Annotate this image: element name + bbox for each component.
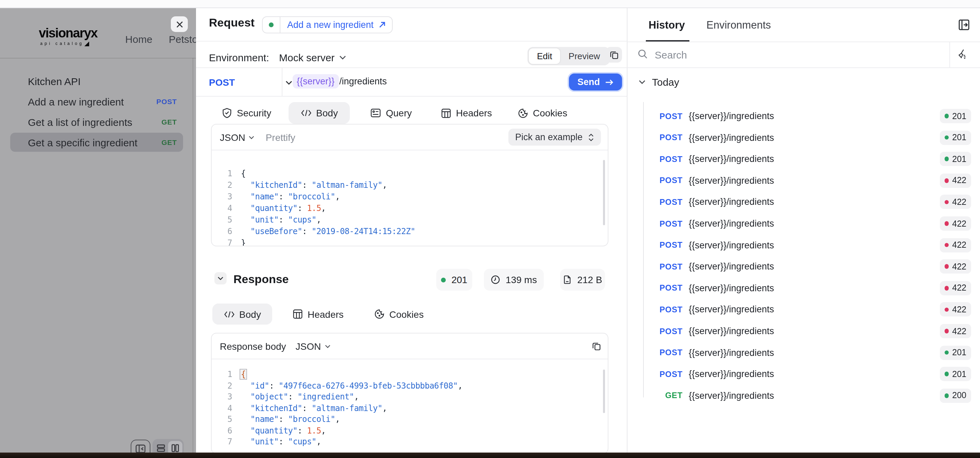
sidebar-operation-item[interactable]: Get a list of ingredientsGET [10,112,183,131]
prettify-button[interactable]: Prettify [266,132,295,143]
status-badge: 201 [940,152,971,166]
file-size-icon [563,275,572,285]
history-method: POST [647,111,682,121]
status-dot-icon [944,286,949,290]
tab-security[interactable]: Security [222,102,271,124]
request-title: Request [209,16,255,30]
status-green-dot-icon [441,277,446,282]
tab-cookies[interactable]: Cookies [518,102,567,124]
cookie-icon [374,309,385,319]
clear-history-broom-icon[interactable] [956,48,967,60]
status-badge: 422 [940,173,971,188]
operation-link-pill[interactable]: Add a new ingredient [262,16,393,33]
history-url: {{server}}/ingredients [689,326,774,336]
history-row[interactable]: POST{{server}}/ingredients201 [627,108,980,124]
sidebar-api-title[interactable]: Kitchen API [28,76,81,87]
sidebar-operation-item[interactable]: Get a specific ingredientGET [10,133,183,152]
tab-query[interactable]: Query [370,102,412,124]
screenshot-root: visionaryx api catalog Home Petstore Kit… [0,0,980,458]
tab-environments[interactable]: Environments [706,19,771,31]
status-dot-icon [944,307,949,312]
nav-item-home[interactable]: Home [125,33,153,45]
response-language-select[interactable]: JSON [296,340,331,351]
chevron-down-icon [285,80,293,85]
tab-headers[interactable]: Headers [441,102,492,124]
tab-body[interactable]: Body [288,102,350,124]
code-line: 2 "id": "497f6eca-6276-4993-bfeb-53cbbbb… [212,380,608,391]
edit-mode-button[interactable]: Edit [529,48,560,64]
chevron-down-icon [217,276,224,280]
history-url: {{server}}/ingredients [689,369,774,379]
tab-history[interactable]: History [649,19,685,31]
status-badge: 201 [940,367,971,381]
history-url: {{server}}/ingredients [689,347,774,358]
history-row[interactable]: POST{{server}}/ingredients422 [627,302,980,317]
history-row[interactable]: POST{{server}}/ingredients422 [627,195,980,210]
response-tab-cookies[interactable]: Cookies [374,304,424,324]
send-button[interactable]: Send [569,73,622,91]
response-tab-headers[interactable]: Headers [293,304,344,324]
history-row[interactable]: POST{{server}}/ingredients201 [627,151,980,166]
copy-icon [592,342,601,350]
chevron-down-icon [249,135,255,139]
editor-scrollbar[interactable] [603,160,605,225]
search-input[interactable]: Search [655,49,687,60]
status-dot-icon [944,221,949,226]
dimmed-site-background: visionaryx api catalog Home Petstore Kit… [0,8,196,453]
status-dot-icon [944,372,949,376]
status-dot-icon [944,135,949,140]
shield-check-icon [222,108,232,118]
history-group-today[interactable]: Today [627,73,679,90]
response-scrollbar[interactable] [603,369,605,413]
cookie-icon [518,108,528,118]
close-modal-button[interactable] [171,16,188,32]
history-row[interactable]: POST{{server}}/ingredients422 [627,216,980,231]
history-method: POST [647,154,682,164]
status-dot-icon [944,114,949,118]
response-title: Response [234,273,289,286]
api-client-modal: Request Add a new ingredient Environment… [196,8,980,453]
history-url: {{server}}/ingredients [689,176,774,186]
site-logo-tagline: api catalog [40,41,97,46]
request-code[interactable]: 1{2 "kitchenId": "altman-family",3 "name… [212,150,608,246]
collapse-panel-button[interactable] [958,19,970,31]
history-method: POST [647,176,682,186]
response-code[interactable]: 1{2 "id": "497f6eca-6276-4993-bfeb-53cbb… [212,359,608,447]
method-badge: GET [161,138,177,146]
columns-layout-icon [171,444,180,452]
history-row[interactable]: POST{{server}}/ingredients422 [627,259,980,274]
history-row[interactable]: POST{{server}}/ingredients201 [627,130,980,145]
site-logo-name: visionaryx [39,27,97,40]
rows-layout-icon [156,444,165,452]
environment-select[interactable]: Mock server [279,52,346,63]
history-row[interactable]: POST{{server}}/ingredients422 [627,281,980,296]
history-row[interactable]: POST{{server}}/ingredients201 [627,345,980,360]
pick-example-select[interactable]: Pick an example [508,129,601,146]
status-dot-icon [944,329,949,334]
history-row[interactable]: POST{{server}}/ingredients422 [627,173,980,188]
history-method: POST [647,197,682,207]
response-tab-body[interactable]: Body [212,304,272,324]
method-select[interactable]: POST [209,77,293,88]
site-topbar [0,0,980,8]
close-icon [175,20,183,28]
history-method: POST [647,369,682,379]
history-row[interactable]: POST{{server}}/ingredients201 [627,366,980,382]
copy-response-button[interactable] [592,342,601,350]
copy-request-button[interactable] [606,47,622,63]
status-dot-icon [944,393,949,398]
history-row[interactable]: GET{{server}}/ingredients200 [627,388,980,403]
sidebar-operation-item[interactable]: Add a new ingredientPOST [10,92,183,111]
table-icon [441,108,451,118]
history-url: {{server}}/ingredients [689,240,774,250]
operation-link-label[interactable]: Add a new ingredient [280,20,379,30]
preview-mode-button[interactable]: Preview [560,48,608,64]
editor-language-select[interactable]: JSON [220,132,255,143]
url-input[interactable]: {{server}} /ingredients [293,74,387,89]
code-line: 7} [212,237,608,246]
history-row[interactable]: POST{{server}}/ingredients422 [627,237,980,253]
history-row[interactable]: POST{{server}}/ingredients422 [627,324,980,339]
environment-label: Environment: [209,52,269,63]
collapse-response-button[interactable] [215,272,227,285]
server-variable-chip[interactable]: {{server}} [293,74,339,89]
